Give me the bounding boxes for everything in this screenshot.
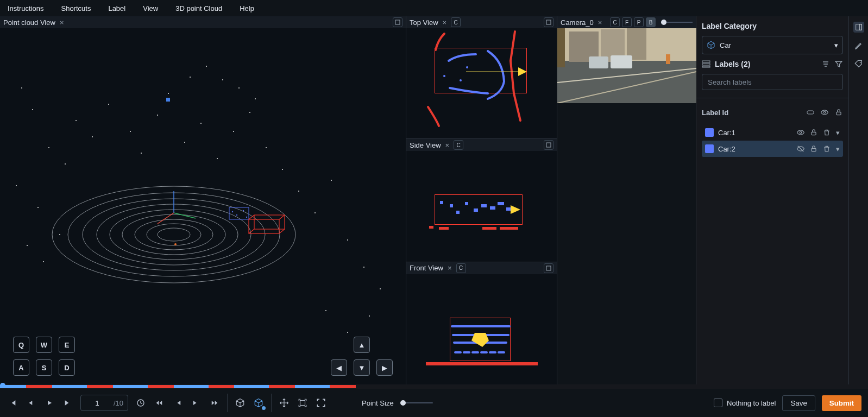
tab-front-view[interactable]: Front View [410,264,443,272]
arrow-down-icon[interactable]: ▼ [354,359,370,376]
close-icon[interactable]: × [59,18,65,27]
skip-last-icon[interactable] [62,397,74,409]
key-d[interactable]: D [59,359,75,376]
close-icon[interactable]: × [446,264,453,272]
menu-shortcuts[interactable]: Shortcuts [59,2,93,15]
eye-off-icon[interactable] [797,145,804,153]
filter-icon[interactable] [834,60,843,68]
camera-image[interactable] [557,28,696,103]
tag-icon[interactable] [806,108,815,117]
timeline[interactable] [0,384,868,389]
svg-point-14 [76,120,77,121]
tab-camera-0[interactable]: Camera_0 [561,18,594,27]
label-category-dropdown[interactable]: Car ▾ [702,36,843,54]
svg-point-17 [130,131,131,132]
fit-icon[interactable] [297,397,309,409]
cube-outline-icon[interactable] [234,397,246,409]
search-labels-input[interactable] [702,74,843,90]
camera-mode-f[interactable]: F [622,17,632,27]
label-row[interactable]: Car:2▾ [702,141,843,157]
toggle-c-button[interactable]: C [456,263,466,273]
cube-edit-icon[interactable] [253,397,265,409]
save-button[interactable]: Save [782,395,815,411]
maximize-icon[interactable] [544,263,553,273]
trash-icon[interactable] [823,129,831,137]
menu-view[interactable]: View [141,2,160,15]
fullscreen-icon[interactable] [315,397,327,409]
play-icon[interactable] [43,397,55,409]
trash-icon[interactable] [823,145,831,153]
chevron-down-icon[interactable]: ▾ [836,145,840,153]
maximize-icon[interactable] [544,17,553,27]
menu-help[interactable]: Help [237,2,256,15]
key-q[interactable]: Q [13,337,29,353]
edit-icon[interactable] [853,40,864,51]
pointcloud-panel-header: Point cloud View × [0,16,406,28]
skip-first-icon[interactable] [7,397,18,409]
history-icon[interactable] [135,397,147,409]
menu-instructions[interactable]: Instructions [5,2,46,15]
move-icon[interactable] [278,397,290,409]
svg-point-108 [800,131,802,134]
camera-mode-p[interactable]: P [634,17,644,27]
svg-marker-83 [511,205,520,214]
svg-rect-50 [166,98,170,102]
key-s[interactable]: S [36,359,52,376]
pointcloud-viewport[interactable]: Q W E A S D ▲ ◀ ▼ ▶ [0,28,406,384]
maximize-icon[interactable] [393,17,402,27]
menu-label[interactable]: Label [106,2,128,15]
brightness-slider[interactable] [661,22,693,23]
frame-input[interactable] [81,395,114,410]
arrow-left-icon[interactable]: ◀ [331,359,347,376]
toggle-c-button[interactable]: C [451,17,461,27]
panel-layout-icon[interactable] [853,22,864,33]
menu-3d-pointcloud[interactable]: 3D point Cloud [173,2,224,15]
front-view-canvas[interactable] [406,274,557,384]
close-icon[interactable]: × [597,18,603,27]
lock-icon[interactable] [810,129,817,137]
timeline-segment [269,385,295,388]
tag-rail-icon[interactable] [853,59,864,70]
maximize-icon[interactable] [544,140,553,150]
lock-icon[interactable] [834,108,843,117]
key-e[interactable]: E [59,337,75,353]
tab-top-view[interactable]: Top View [410,18,438,27]
key-w[interactable]: W [36,337,52,353]
nothing-to-label-checkbox[interactable]: Nothing to label [714,399,776,407]
camera-panel: Camera_0 × C F P B [557,16,696,384]
svg-point-24 [233,131,234,132]
rewind-icon[interactable] [153,397,165,409]
tab-pointcloud-view[interactable]: Point cloud View [3,18,55,27]
svg-rect-0 [395,20,400,24]
step-back-icon[interactable] [25,397,37,409]
close-icon[interactable]: × [444,141,451,149]
svg-point-16 [108,104,109,105]
svg-point-54 [243,210,244,211]
prev-frame-icon[interactable] [172,397,184,409]
lock-icon[interactable] [810,145,817,153]
chevron-down-icon[interactable]: ▾ [836,129,840,137]
fast-forward-icon[interactable] [209,397,221,409]
arrow-right-icon[interactable]: ▶ [376,359,393,376]
svg-point-13 [65,163,66,165]
label-row[interactable]: Car:1▾ [702,124,843,141]
svg-marker-90 [471,333,489,347]
key-a[interactable]: A [13,359,29,376]
point-size-slider[interactable] [400,402,433,403]
camera-mode-b[interactable]: B [646,17,656,27]
eye-icon[interactable] [797,129,804,137]
svg-rect-93 [557,28,565,67]
next-frame-icon[interactable] [190,397,202,409]
svg-point-52 [232,211,233,212]
tab-side-view[interactable]: Side View [410,141,441,149]
arrow-up-icon[interactable]: ▲ [354,337,370,353]
side-view-canvas[interactable] [406,151,557,261]
eye-icon[interactable] [820,108,829,117]
toggle-c-button[interactable]: C [454,140,463,150]
svg-point-30 [331,180,332,181]
top-view-canvas[interactable] [406,28,557,138]
close-icon[interactable]: × [442,18,448,27]
camera-mode-c[interactable]: C [610,17,620,27]
sort-icon[interactable] [821,60,830,68]
submit-button[interactable]: Submit [822,395,861,411]
